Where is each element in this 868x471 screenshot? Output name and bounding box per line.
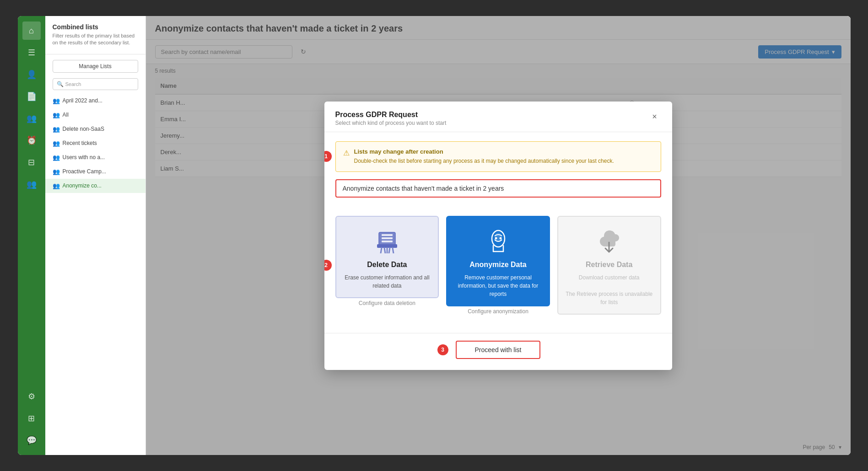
users-icon: 👥 [53, 154, 60, 161]
modal-subtitle: Select which kind of process you want to… [335, 120, 447, 126]
svg-point-13 [499, 237, 501, 239]
secondary-sidebar-header: Combined lists Filter results of the pri… [45, 16, 146, 54]
warning-section: 1 ⚠ Lists may change after creation Doub… [335, 141, 661, 172]
list-item-label: Proactive Camp... [63, 168, 106, 175]
svg-rect-2 [382, 237, 393, 239]
svg-rect-1 [382, 234, 393, 236]
delete-data-card-wrapper: 2 [335, 216, 439, 315]
warning-title: Lists may change after creation [354, 148, 614, 155]
app-container: ⌂ ☰ 👤 📄 👥 ⏰ ⊟ 👥 ⚙ ⊞ 💬 Combined lists Fil… [18, 16, 851, 455]
search-placeholder: Search [65, 81, 81, 87]
sidebar-icon-users[interactable]: 👥 [22, 175, 41, 193]
svg-line-9 [393, 248, 394, 253]
proceed-section: 3 Proceed with list [456, 341, 541, 359]
modal-dialog: Process GDPR Request Select which kind o… [324, 102, 672, 370]
sidebar-icon-contacts[interactable]: 👤 [22, 65, 41, 84]
modal-header: Process GDPR Request Select which kind o… [324, 102, 672, 132]
list-item-label: April 2022 and... [63, 97, 102, 104]
list-item-proactive-camp[interactable]: 👥 Proactive Camp... [45, 165, 146, 179]
warning-text: Double-check the list before starting an… [354, 157, 614, 165]
delete-data-footer: Configure data deletion [335, 300, 439, 306]
sidebar-icon-menu[interactable]: ☰ [22, 43, 41, 62]
retrieve-data-card-desc: Download customer data The Retrieve proc… [566, 273, 653, 306]
list-item-label: Users with no a... [63, 154, 105, 161]
users-icon: 👥 [53, 97, 60, 104]
users-icon: 👥 [53, 112, 60, 118]
delete-data-card-desc: Erase customer information and all relat… [344, 273, 431, 290]
modal-close-button[interactable]: × [648, 111, 661, 123]
retrieve-data-card-title: Retrieve Data [586, 261, 632, 269]
sidebar-icon-segments[interactable]: 👥 [22, 109, 41, 128]
secondary-sidebar: Combined lists Filter results of the pri… [45, 16, 146, 455]
anonymize-data-footer: Configure anonymization [446, 308, 550, 315]
cloud-download-icon [595, 228, 623, 255]
step-badge-1: 1 [324, 151, 332, 162]
modal-footer: 3 Proceed with list [324, 333, 672, 370]
warning-banner: ⚠ Lists may change after creation Double… [335, 141, 661, 172]
modal-body: 1 ⚠ Lists may change after creation Doub… [324, 132, 672, 333]
sidebar-icon-grid[interactable]: ⊞ [22, 409, 41, 428]
sidebar-icon-chat[interactable]: 💬 [22, 431, 41, 450]
retrieve-data-card-wrapper: Retrieve Data Download customer data The… [557, 216, 661, 315]
retrieve-data-card: Retrieve Data Download customer data The… [557, 216, 661, 315]
modal-title: Process GDPR Request [335, 111, 447, 119]
anonymize-data-card-wrapper: Anonymize Data Remove customer personal … [446, 216, 550, 315]
svg-point-12 [495, 237, 497, 239]
step-badge-2: 2 [324, 260, 332, 271]
list-item-april[interactable]: 👥 April 2022 and... [45, 94, 146, 108]
users-icon: 👥 [53, 182, 60, 189]
sidebar-icon-clock[interactable]: ⏰ [22, 131, 41, 150]
manage-lists-button[interactable]: Manage Lists [53, 60, 138, 73]
users-icon: 👥 [53, 140, 60, 147]
secondary-sidebar-description: Filter results of the primary list based… [53, 32, 138, 47]
list-item-label: Anonymize co... [63, 182, 102, 189]
anonymize-data-card-desc: Remove customer personal information, bu… [454, 273, 542, 298]
step-badge-3: 3 [437, 344, 448, 355]
list-name-section [335, 179, 661, 207]
sidebar-icon-settings[interactable]: ⚙ [22, 387, 41, 406]
sidebar-icon-notes[interactable]: 📄 [22, 87, 41, 106]
proceed-with-list-button[interactable]: Proceed with list [456, 341, 541, 359]
list-name-field[interactable] [335, 179, 661, 198]
anonymize-data-card-title: Anonymize Data [469, 261, 526, 269]
svg-line-6 [384, 248, 385, 253]
list-item-anonymize[interactable]: 👥 Anonymize co... [45, 179, 146, 193]
shredder-icon [373, 228, 401, 255]
users-icon: 👥 [53, 168, 60, 175]
list-item-recent-tickets[interactable]: 👥 Recent tickets [45, 136, 146, 150]
svg-line-5 [381, 248, 382, 253]
modal-overlay: Process GDPR Request Select which kind o… [146, 16, 851, 455]
svg-line-8 [389, 248, 390, 253]
sidebar-icon-home[interactable]: ⌂ [22, 21, 41, 40]
list-item-label: All [63, 112, 69, 118]
sidebar-icon-chart[interactable]: ⊟ [22, 153, 41, 171]
anonymize-data-card[interactable]: Anonymize Data Remove customer personal … [446, 216, 550, 306]
secondary-sidebar-title: Combined lists [53, 23, 138, 31]
search-icon: 🔍 [57, 81, 64, 87]
main-content: Anonymize contacts that haven't made a t… [146, 16, 851, 455]
users-icon: 👥 [53, 126, 60, 133]
svg-rect-3 [382, 241, 393, 242]
left-sidebar: ⌂ ☰ 👤 📄 👥 ⏰ ⊟ 👥 ⚙ ⊞ 💬 [18, 16, 45, 455]
list-item-users-no-activity[interactable]: 👥 Users with no a... [45, 150, 146, 165]
sidebar-list: 👥 April 2022 and... 👥 All 👥 Delete non-S… [45, 94, 146, 455]
list-item-label: Delete non-SaaS [63, 126, 104, 132]
delete-data-card[interactable]: Delete Data Erase customer information a… [335, 216, 439, 298]
list-item-all[interactable]: 👥 All [45, 108, 146, 122]
warning-icon: ⚠ [343, 149, 350, 157]
delete-data-card-title: Delete Data [367, 261, 407, 269]
list-item-label: Recent tickets [63, 140, 97, 146]
list-item-delete-nonsaas[interactable]: 👥 Delete non-SaaS [45, 122, 146, 136]
process-cards-row: 2 [335, 216, 661, 315]
svg-point-11 [495, 233, 502, 241]
sidebar-search[interactable]: 🔍 Search [53, 78, 138, 90]
anonymize-icon [485, 228, 512, 255]
